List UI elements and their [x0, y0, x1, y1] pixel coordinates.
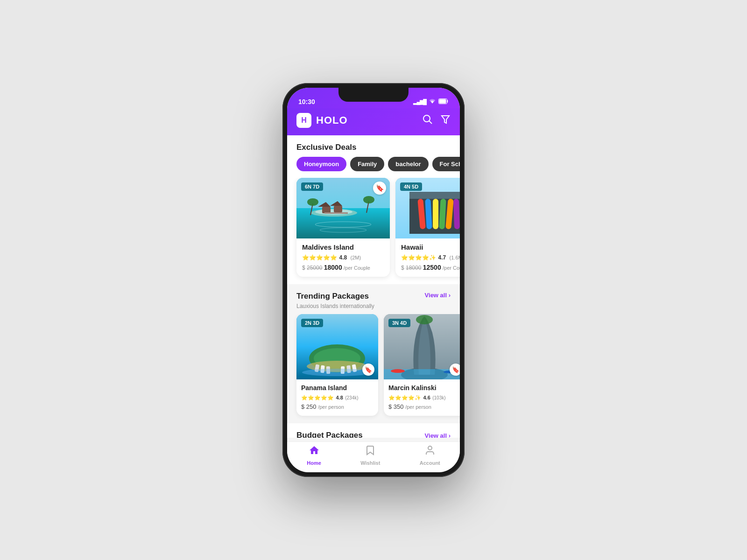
deal-card-maldives[interactable]: 6N 7D 🔖 Maldives Island ⭐⭐⭐⭐⭐ 4.8 (2M)	[296, 178, 390, 277]
wishlist-label: Wishlist	[360, 460, 380, 466]
panama-image: 2N 3D 🔖	[296, 314, 378, 379]
search-icon[interactable]	[423, 114, 433, 127]
panama-info: Panama Island ⭐⭐⭐⭐⭐ 4.8 (234k) $ 250 /pe…	[296, 379, 378, 416]
maldives-name: Maldives Island	[302, 243, 384, 251]
notch	[338, 88, 409, 102]
svg-point-2	[423, 115, 430, 122]
status-time: 10:30	[298, 98, 315, 105]
signal-icon: ▂▄▆█	[413, 99, 426, 105]
hawaii-price-old: 18000	[406, 265, 421, 271]
kalinski-price: $ 350 /per person	[388, 403, 460, 410]
kalinski-info: Marcin Kalinski ⭐⭐⭐⭐✨ 4.6 (103k) $ 350 /…	[384, 379, 460, 416]
cat-bachelor[interactable]: bachelor	[388, 157, 428, 171]
battery-icon	[438, 98, 449, 105]
budget-section: Budget Packages View all › Affordable & …	[287, 423, 460, 438]
svg-rect-28	[453, 199, 460, 229]
panama-bookmark[interactable]: 🔖	[362, 364, 374, 376]
svg-point-17	[363, 196, 374, 203]
panama-badge: 2N 3D	[301, 319, 323, 327]
hawaii-price-row: $ 18000 12500 /per Couple	[401, 264, 460, 271]
svg-point-45	[391, 369, 405, 373]
bottom-nav: Home Wishlist Account	[287, 441, 460, 472]
svg-rect-11	[334, 206, 342, 212]
phone-frame: 10:30 ▂▄▆█	[282, 83, 465, 477]
nav-home[interactable]: Home	[307, 445, 321, 466]
exclusive-deals-section: Exclusive Deals Honeymoon Family bachelo…	[287, 135, 460, 284]
svg-rect-13	[324, 212, 348, 214]
kalinski-rating-row: ⭐⭐⭐⭐✨ 4.6 (103k)	[388, 393, 460, 401]
maldives-price-old: 25000	[307, 265, 322, 271]
maldives-count: (2M)	[351, 255, 361, 260]
panama-rating: 4.8	[336, 395, 343, 400]
hawaii-info: Hawaii ⭐⭐⭐⭐✨ 4.7 (1.6M) $ 18000 12500	[395, 238, 460, 277]
panama-price-value: $ 250	[301, 403, 317, 410]
hawaii-rating: 4.7	[438, 254, 446, 261]
nav-wishlist[interactable]: Wishlist	[360, 445, 380, 466]
hawaii-stars: ⭐⭐⭐⭐✨	[401, 254, 436, 261]
wishlist-icon	[365, 445, 376, 459]
maldives-image: 6N 7D 🔖	[296, 178, 390, 238]
svg-point-40	[302, 369, 372, 376]
maldives-info: Maldives Island ⭐⭐⭐⭐⭐ 4.8 (2M) $ 25000 1	[296, 238, 390, 277]
panama-name: Panama Island	[301, 384, 374, 392]
kalinski-name: Marcin Kalinski	[388, 384, 460, 392]
trending-title: Trending Packages	[296, 292, 369, 301]
filter-icon[interactable]	[440, 114, 451, 127]
svg-rect-9	[322, 207, 331, 213]
cat-honeymoon[interactable]: Honeymoon	[296, 157, 346, 171]
wifi-icon	[429, 98, 436, 105]
trending-section: Trending Packages View all › Lauxious Is…	[287, 284, 460, 423]
deals-cards-row: 6N 7D 🔖 Maldives Island ⭐⭐⭐⭐⭐ 4.8 (2M)	[287, 178, 460, 284]
budget-title: Budget Packages	[296, 431, 363, 438]
trending-header: Trending Packages View all ›	[287, 292, 460, 303]
home-label: Home	[307, 460, 321, 466]
logo-text: HOLO	[316, 114, 348, 126]
hawaii-count: (1.6M)	[450, 255, 460, 260]
hawaii-rating-row: ⭐⭐⭐⭐✨ 4.7 (1.6M)	[401, 253, 460, 261]
kalinski-stars: ⭐⭐⭐⭐✨	[388, 395, 421, 400]
trend-card-panama[interactable]: 2N 3D 🔖 Panama Island ⭐⭐⭐⭐⭐ 4.8 (234k)	[296, 314, 378, 416]
logo-box: H	[296, 113, 311, 128]
home-icon	[309, 445, 320, 459]
svg-rect-22	[409, 192, 460, 199]
kalinski-price-value: $ 350	[388, 403, 404, 410]
logo-letter: H	[301, 116, 307, 125]
hawaii-name: Hawaii	[401, 243, 460, 251]
cat-forschool[interactable]: For School	[432, 157, 460, 171]
svg-rect-1	[439, 99, 446, 104]
panama-price: $ 250 /per person	[301, 403, 374, 410]
scroll-content[interactable]: Exclusive Deals Honeymoon Family bachelo…	[287, 135, 460, 438]
panama-rating-row: ⭐⭐⭐⭐⭐ 4.8 (234k)	[301, 393, 374, 401]
trending-cards-row: 2N 3D 🔖 Panama Island ⭐⭐⭐⭐⭐ 4.8 (234k)	[287, 314, 460, 423]
trending-subtitle: Lauxious Islands internationally	[287, 303, 460, 314]
svg-point-43	[416, 315, 433, 324]
budget-view-all[interactable]: View all ›	[425, 432, 451, 438]
maldives-rating: 4.8	[339, 254, 347, 261]
kalinski-count: (103k)	[432, 395, 445, 400]
kalinski-badge: 3N 4D	[388, 319, 410, 327]
cat-family[interactable]: Family	[350, 157, 384, 171]
panama-stars: ⭐⭐⭐⭐⭐	[301, 395, 334, 400]
svg-marker-4	[442, 116, 449, 123]
trend-card-kalinski[interactable]: 3N 4D 🔖 Marcin Kalinski ⭐⭐⭐⭐✨ 4.6 (103k)	[384, 314, 460, 416]
svg-point-15	[307, 198, 318, 206]
nav-account[interactable]: Account	[420, 445, 440, 466]
trending-view-all[interactable]: View all ›	[425, 292, 451, 299]
kalinski-bookmark[interactable]: 🔖	[450, 364, 460, 376]
deal-card-hawaii[interactable]: 4N 5D Hawaii ⭐⭐⭐⭐✨ 4.7 (1.6M) $ 18	[395, 178, 460, 277]
maldives-stars: ⭐⭐⭐⭐⭐	[302, 254, 337, 261]
hawaii-price-label: /per Couple	[443, 265, 460, 271]
hawaii-price-new: 12500	[423, 264, 441, 271]
svg-line-3	[429, 121, 432, 124]
hawaii-image: 4N 5D	[395, 178, 460, 238]
maldives-rating-row: ⭐⭐⭐⭐⭐ 4.8 (2M)	[302, 253, 384, 261]
maldives-price-row: $ 25000 18000 /per Couple	[302, 264, 384, 271]
maldives-bookmark[interactable]: 🔖	[373, 182, 386, 195]
account-label: Account	[420, 460, 440, 466]
exclusive-deals-title: Exclusive Deals	[296, 143, 357, 152]
svg-rect-25	[433, 199, 438, 229]
maldives-badge: 6N 7D	[301, 182, 323, 191]
trending-subtitle-text: Lauxious Islands internationally	[296, 303, 374, 309]
categories-row: Honeymoon Family bachelor For School Kid…	[287, 157, 460, 178]
kalinski-image: 3N 4D 🔖	[384, 314, 460, 379]
